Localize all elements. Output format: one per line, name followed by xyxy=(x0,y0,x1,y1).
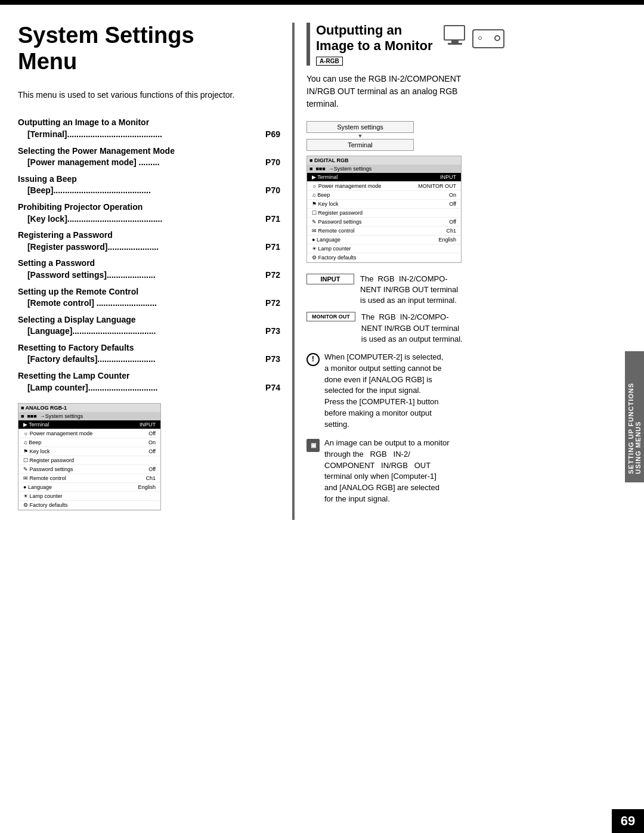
toc-item-factory-defaults: Resetting to Factory Defaults [Factory d… xyxy=(18,342,280,366)
input-badge: INPUT xyxy=(306,274,354,284)
page-number: 69 xyxy=(612,809,644,833)
monitor-badge: MONITOR OUT xyxy=(306,312,355,321)
note-icon: ▣ xyxy=(306,439,320,452)
note-2-text: An image can be output to a monitorthrou… xyxy=(324,438,450,505)
section-header-text: Outputting anImage to a Monitor A-RGB xyxy=(306,23,433,66)
caution-icon: ! xyxy=(306,353,320,366)
side-label: SETTING UP FUNCTIONS USING MENUS xyxy=(625,351,644,482)
icons-group xyxy=(444,25,504,50)
breadcrumb-area: System settings ▼ Terminal xyxy=(306,121,414,151)
left-column: System SettingsMenu This menu is used to… xyxy=(18,23,292,520)
digital-rgb-mockup: ■ DIGITAL RGB ■ ■■■ →System settings ▶ T… xyxy=(306,156,462,263)
note-block-1: ! When [COMPUTER-2] is selected,a monito… xyxy=(306,352,590,431)
breadcrumb-terminal: Terminal xyxy=(306,139,414,151)
section-badge: A-RGB xyxy=(316,57,343,66)
toc-item-register-password: Registering a Password [Register passwor… xyxy=(18,230,280,253)
section-desc: You can use the RGB IN-2/COMPONENTIN/RGB… xyxy=(306,73,590,110)
analog-rgb-mockup: ■ ANALOG RGB-1 ■ ■■■ →System settings ▶ … xyxy=(18,403,161,510)
toc-item: Outputting an Image to a Monitor [Termin… xyxy=(18,117,280,140)
input-description: The RGB IN-2/COMPO-NENT IN/RGB OUT termi… xyxy=(360,274,458,306)
toc-item: Selecting the Power Management Mode [Pow… xyxy=(18,145,280,169)
monitor-description: The RGB IN-2/COMPO-NENT IN/RGB OUT termi… xyxy=(361,312,463,345)
section-title: Outputting anImage to a Monitor xyxy=(316,23,433,54)
breadcrumb-system-settings: System settings xyxy=(306,121,414,133)
top-bar xyxy=(0,0,644,5)
intro-text: This menu is used to set various functio… xyxy=(18,89,280,101)
toc-item: Setting up the Remote Control [Remote co… xyxy=(18,286,280,309)
note-1-text: When [COMPUTER-2] is selected,a monitor … xyxy=(324,352,443,431)
page-title: System SettingsMenu xyxy=(18,23,280,75)
toc-section: Outputting an Image to a Monitor [Termin… xyxy=(18,117,280,394)
toc-item-prohibiting: Prohibiting Projector Operation [Key loc… xyxy=(18,202,280,225)
input-badge-row: INPUT The RGB IN-2/COMPO-NENT IN/RGB OUT… xyxy=(306,274,590,345)
toc-item: Issuing a Beep [Beep]...................… xyxy=(18,174,280,197)
toc-item: Selecting a Display Language [Language].… xyxy=(18,314,280,337)
section-header: Outputting anImage to a Monitor A-RGB xyxy=(306,23,590,66)
monitor-icon xyxy=(444,25,466,50)
note-block-2: ▣ An image can be output to a monitorthr… xyxy=(306,438,590,505)
breadcrumb-arrow: ▼ xyxy=(306,133,414,139)
projector-icon xyxy=(472,29,504,48)
toc-item-setting-password: Setting a Password [Password settings]..… xyxy=(18,258,280,281)
right-column: Outputting anImage to a Monitor A-RGB xyxy=(292,23,626,520)
toc-item: Resetting the Lamp Counter [Lamp counter… xyxy=(18,370,280,394)
